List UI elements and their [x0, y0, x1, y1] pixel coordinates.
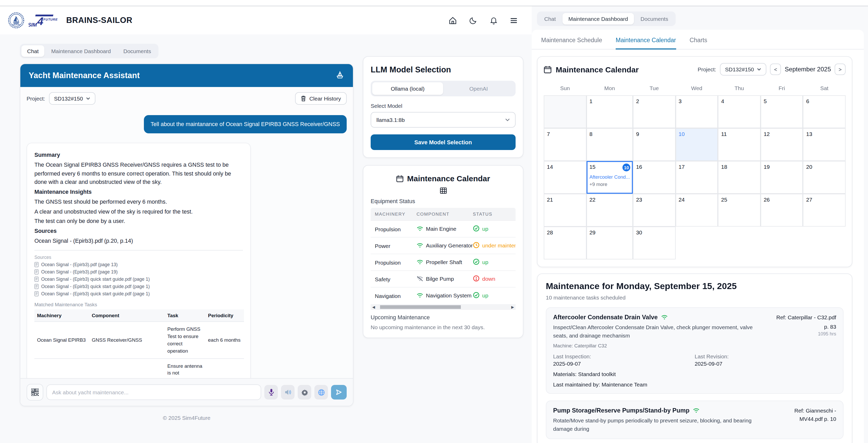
model-select[interactable]: llama3.1:8b: [371, 112, 516, 128]
source-file-item[interactable]: Ocean Signal - (Epirb3).pdf (page 19): [34, 270, 243, 275]
scroll-left-arrow[interactable]: ◀: [372, 305, 375, 309]
calendar-day-cell[interactable]: 1: [586, 95, 633, 128]
calendar-event-link[interactable]: Aftercooler Cond...: [589, 174, 630, 179]
day-number: 11: [721, 131, 757, 137]
dashboard-subtabs: Maintenance Schedule Maintenance Calenda…: [532, 30, 864, 49]
prev-month-button[interactable]: <: [770, 64, 781, 75]
tab-chat[interactable]: Chat: [21, 45, 44, 57]
settings-gear-button[interactable]: [298, 385, 311, 400]
horizontal-scrollbar[interactable]: ◀ ▶: [371, 304, 516, 310]
tab-documents[interactable]: Documents: [118, 45, 157, 57]
tab-ollama-local[interactable]: Ollama (local): [372, 82, 443, 95]
calendar-day-cell[interactable]: 27: [803, 194, 845, 227]
language-globe-button[interactable]: [314, 385, 328, 400]
equipment-machinery: Navigation: [371, 287, 412, 304]
subtab-charts[interactable]: Charts: [689, 37, 707, 49]
calendar-day-cell[interactable]: 4: [718, 95, 761, 128]
last-inspection-label: Last Inspection:: [553, 354, 695, 360]
calendar-day-cell[interactable]: 3: [675, 95, 718, 128]
calendar-day-cell[interactable]: 25: [718, 194, 761, 227]
home-icon[interactable]: [448, 16, 457, 25]
calendar-day-cell[interactable]: 30: [633, 227, 675, 260]
microphone-button[interactable]: [264, 385, 278, 400]
document-icon: [34, 284, 38, 289]
calendar-day-cell[interactable]: 9: [633, 128, 675, 161]
upcoming-maintenance-label: Upcoming Maintenance: [371, 314, 516, 320]
calendar-day-cell[interactable]: 17: [675, 161, 718, 194]
tab-openai[interactable]: OpenAI: [443, 82, 514, 95]
calendar-day-cell[interactable]: 10: [675, 128, 718, 161]
svg-text:FUTURE: FUTURE: [43, 18, 58, 21]
tab-maintenance-dashboard[interactable]: Maintenance Dashboard: [45, 45, 117, 57]
menu-hamburger-icon[interactable]: [509, 16, 518, 25]
day-number: 9: [636, 131, 672, 137]
tab-documents[interactable]: Documents: [635, 13, 674, 25]
day-number: 26: [764, 196, 800, 203]
source-file-item[interactable]: Ocean Signal - (Epirb3) quick start guid…: [34, 284, 243, 289]
calendar-day-cell[interactable]: 11: [718, 128, 761, 161]
chat-title: Yacht Maintenance Assistant: [29, 71, 140, 80]
source-file-item[interactable]: Ocean Signal - (Epirb3) quick start guid…: [34, 292, 243, 297]
notifications-bell-icon[interactable]: [489, 16, 498, 25]
chat-card: Yacht Maintenance Assistant Project: SD1…: [20, 64, 353, 406]
scrollbar-thumb[interactable]: [380, 305, 461, 309]
wifi-online-icon: [692, 408, 699, 413]
tab-chat[interactable]: Chat: [538, 13, 561, 25]
calendar-day-cell[interactable]: 1510Aftercooler Cond...+9 more: [586, 161, 633, 194]
send-button[interactable]: [331, 385, 347, 400]
calendar-day-cell[interactable]: 26: [761, 194, 803, 227]
calendar-day-cell[interactable]: 24: [675, 194, 718, 227]
calendar-day-cell[interactable]: 21: [544, 194, 586, 227]
equipment-component: Propeller Shaft: [412, 254, 469, 271]
source-file-item[interactable]: Ocean Signal - (Epirb3).pdf (page 13): [34, 262, 243, 268]
day-number: 7: [547, 131, 583, 137]
calendar-day-cell[interactable]: 8: [586, 128, 633, 161]
subtab-maintenance-calendar[interactable]: Maintenance Calendar: [616, 37, 676, 49]
trash-icon: [301, 95, 306, 102]
model-select-value: llama3.1:8b: [376, 117, 405, 123]
dark-mode-moon-icon[interactable]: [469, 16, 477, 25]
calendar-day-cell[interactable]: 29: [586, 227, 633, 260]
middle-column: LLM Model Selection Ollama (local) OpenA…: [363, 44, 523, 421]
day-number: 19: [764, 164, 800, 170]
project-select[interactable]: SD132#150: [49, 92, 95, 105]
calendar-day-cell[interactable]: 19: [761, 161, 803, 194]
calendar-day-cell[interactable]: 13: [803, 128, 845, 161]
calendar-day-cell[interactable]: 20: [803, 161, 845, 194]
equipment-status-table: MACHINERY COMPONENT STATUS PropulsionMai…: [371, 208, 516, 304]
calendar-day-cell[interactable]: 16: [633, 161, 675, 194]
calendar-day-cell[interactable]: 6: [803, 95, 845, 128]
chat-input[interactable]: [46, 384, 261, 400]
save-model-button[interactable]: Save Model Selection: [371, 134, 516, 150]
tab-maintenance-dashboard[interactable]: Maintenance Dashboard: [562, 13, 634, 25]
clear-history-button[interactable]: Clear History: [295, 92, 347, 105]
source-file-item[interactable]: Ocean Signal - (Epirb3) quick start guid…: [34, 277, 243, 282]
chat-toolbar: Project: SD132#150 Clear History: [20, 87, 353, 110]
table-view-icon[interactable]: [371, 188, 516, 194]
scroll-right-arrow[interactable]: ▶: [511, 305, 514, 309]
chat-input-row: [20, 378, 353, 406]
calendar-day-cell[interactable]: 22: [586, 194, 633, 227]
equipment-row: PropulsionPropeller Shaftup: [371, 254, 516, 271]
calendar-day-cell[interactable]: 5: [761, 95, 803, 128]
calendar-day-cell[interactable]: 18: [718, 161, 761, 194]
project-select[interactable]: SD132#150: [720, 63, 767, 75]
calendar-day-header: Tue: [633, 82, 675, 95]
subtab-maintenance-schedule[interactable]: Maintenance Schedule: [541, 37, 602, 49]
app-title: BRAINS-SAILOR: [66, 15, 132, 25]
calendar-day-header: Wed: [675, 82, 718, 95]
day-number: 3: [679, 98, 715, 104]
equipment-status-table-wrap: MACHINERY COMPONENT STATUS PropulsionMai…: [371, 208, 516, 304]
qr-code-button[interactable]: [27, 384, 43, 401]
calendar-day-cell[interactable]: 12: [761, 128, 803, 161]
calendar-day-cell[interactable]: 14: [544, 161, 586, 194]
calendar-day-cell[interactable]: 28: [544, 227, 586, 260]
sim4future-logo: SIM 4 FUTURE: [29, 13, 61, 28]
speaker-button[interactable]: [281, 385, 294, 400]
source-file-label: Ocean Signal - (Epirb3) quick start guid…: [41, 292, 150, 297]
next-month-button[interactable]: >: [835, 64, 845, 75]
calendar-day-cell[interactable]: 23: [633, 194, 675, 227]
calendar-day-cell[interactable]: 7: [544, 128, 586, 161]
speaker-icon: [284, 389, 291, 395]
calendar-day-cell[interactable]: 2: [633, 95, 675, 128]
